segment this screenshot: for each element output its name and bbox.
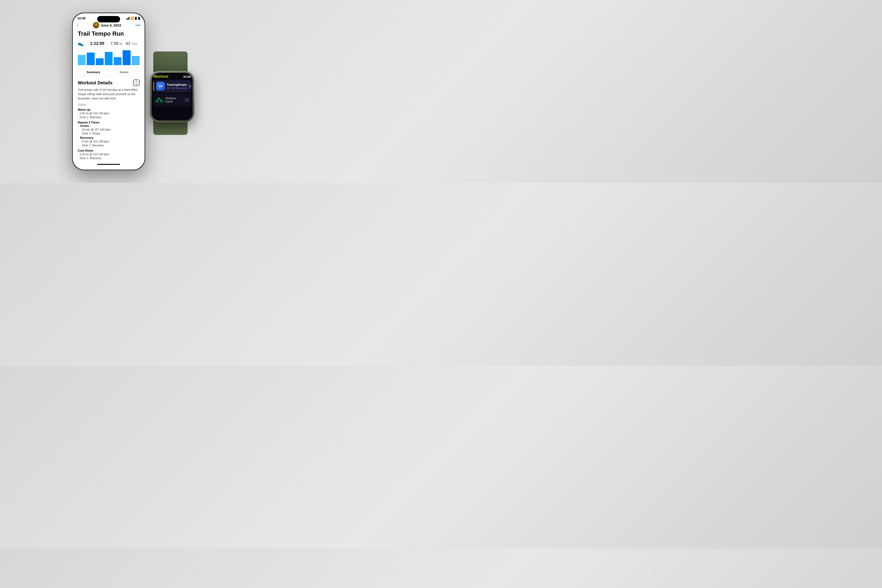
steps-label: STEPS (78, 104, 140, 106)
watch-case: Workout 10:09 TP TrainingPeaks 🏃 Trail T… (150, 71, 194, 122)
cycle-more-button[interactable]: ••• (184, 98, 189, 102)
tp-app-subtitle: 🏃 Trail Tempo Run (167, 87, 187, 89)
chart-bar-2 (96, 58, 104, 65)
step-recovery-detail: 5 min @ 122-139 bpm (80, 140, 140, 144)
watch-app-cycle[interactable]: Outdoor Cycle ••• (153, 94, 191, 106)
watch-time: 10:09 (183, 75, 191, 78)
status-time: 10:09 (77, 16, 86, 20)
step-zone: Zone 1: Recovery (78, 116, 140, 119)
tab-summary[interactable]: Summary (78, 69, 109, 76)
watch-app-trainingpeaks[interactable]: TP TrainingPeaks 🏃 Trail Tempo Run ••• (153, 80, 191, 92)
workout-chart (78, 50, 140, 65)
tp-app-icon: TP (156, 82, 165, 90)
chart-bar-0 (78, 55, 86, 65)
watch-band-top (153, 51, 188, 72)
tab-zones[interactable]: Zones (109, 69, 139, 76)
home-indicator (97, 164, 120, 165)
cycle-app-icon (155, 96, 164, 104)
nav-date: June 5, 2023 (101, 23, 121, 27)
step-recovery-zone: Zone 1: Recovery (80, 144, 140, 147)
chart-bar-4 (114, 57, 122, 65)
step-cooldown-detail: 1.00 mi @ 122-139 bpm (78, 152, 140, 157)
tp-app-name: TrainingPeaks (167, 83, 187, 87)
chart-bar-5 (123, 50, 131, 65)
watch-screen: Workout 10:09 TP TrainingPeaks 🏃 Trail T… (152, 73, 192, 120)
watch-title-text: Workout (153, 75, 168, 79)
tp-more-button[interactable]: ••• (189, 84, 191, 89)
workout-stats: 👟 1:12:00 7.88 Mi 61 TSS (78, 40, 140, 47)
step-warmup: Warm up 2.00 mi @ 122-139 bpm Zone 1: Re… (78, 108, 140, 119)
status-icons: 📶 ▐▌ (126, 17, 140, 20)
step-active-name: Active (80, 124, 140, 128)
step-cooldown-zone: Zone 1: Recovery (78, 157, 140, 160)
back-button[interactable]: ‹ (77, 22, 78, 28)
step-cooldown-name: Cool Down (78, 149, 140, 152)
watch-sync-icon[interactable]: ⌚ (133, 80, 140, 86)
watch-status-bar: Workout 10:09 (153, 75, 191, 79)
step-active-zone: Zone 3: Tempo (80, 132, 140, 135)
distance-stat: 7.88 Mi (110, 41, 123, 46)
shoe-icon: 👟 (78, 41, 84, 46)
step-name: Repeat 3 Times (78, 121, 140, 124)
section-title: Workout Details (78, 80, 113, 86)
avatar (93, 22, 99, 28)
chart-bar-3 (105, 52, 113, 65)
tabs: Summary Zones (78, 68, 140, 76)
chart-bars (78, 50, 140, 65)
step-detail: 2.00 mi @ 122-139 bpm (78, 111, 140, 116)
section-header: Workout Details ⌚ (78, 80, 140, 86)
chart-bar-6 (132, 56, 140, 65)
wifi-icon: 📶 (131, 17, 134, 20)
watch-crown[interactable] (194, 84, 194, 93)
svg-point-1 (95, 23, 97, 26)
step-cooldown: Cool Down 1.00 mi @ 122-139 bpm Zone 1: … (78, 149, 140, 160)
nav-bar: ‹ June 5, 2023 ••• (73, 21, 144, 30)
step-name: Warm up (78, 108, 140, 111)
workout-description: Trail tempo with 3×10 minutes at a hard … (78, 88, 140, 101)
step-recovery-name: Recovery (80, 136, 140, 140)
cycle-app-name: Outdoor Cycle (165, 97, 183, 103)
svg-point-5 (159, 98, 160, 99)
cycling-icon (155, 97, 163, 103)
more-button[interactable]: ••• (135, 23, 140, 28)
watch-side-button[interactable] (194, 96, 194, 100)
signal-icon (126, 17, 129, 20)
nav-title: June 5, 2023 (93, 22, 121, 28)
step-repeat: Repeat 3 Times Active 10 min @ 157-164 b… (78, 121, 140, 147)
workout-title: Trail Tempo Run (78, 30, 140, 37)
dynamic-island (97, 16, 120, 22)
battery-icon: ▐▌ (135, 17, 140, 20)
cycle-app-info: Outdoor Cycle (165, 97, 183, 103)
screen-content: Trail Tempo Run 👟 1:12:00 7.88 Mi 61 TSS (73, 30, 144, 162)
chart-bar-1 (87, 52, 95, 65)
tp-app-info: TrainingPeaks 🏃 Trail Tempo Run (167, 83, 187, 89)
step-active-detail: 10 min @ 157-164 bpm (80, 128, 140, 132)
duration-box: 1:12:00 (87, 40, 107, 47)
apple-watch-device: Workout 10:09 TP TrainingPeaks 🏃 Trail T… (147, 64, 203, 128)
iphone-device: 10:09 📶 ▐▌ ‹ (72, 13, 145, 170)
orange-accent (153, 80, 154, 92)
tss-stat: 61 TSS (126, 41, 137, 46)
